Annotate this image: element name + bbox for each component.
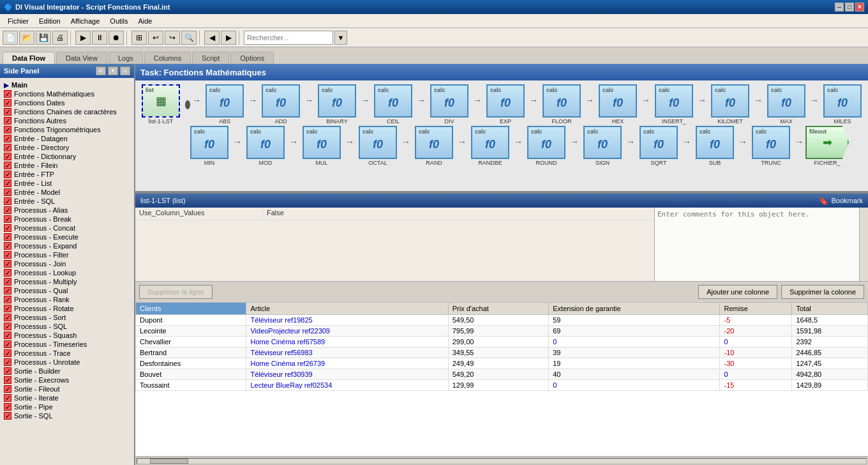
sp-check-button[interactable]: ✓ [96,66,106,75]
sidebar-item-processus-trace[interactable]: ✓ Processus - Trace [1,349,133,358]
flow-node-min[interactable]: calc f0 MIN [186,126,232,166]
flow-box-mod[interactable]: calc f0 [246,126,285,159]
sp-add-button[interactable]: + [108,66,118,75]
flow-box-kilomet[interactable]: calc f0 [711,84,749,118]
flow-node-randbe[interactable]: calc f0 RANDBE [467,126,513,166]
bottom-scrollbar[interactable] [135,456,868,465]
flow-box-sign[interactable]: calc f0 [583,126,622,159]
flow-node-round[interactable]: calc f0 ROUND [523,126,569,166]
flow-box-mul[interactable]: calc f0 [303,126,341,159]
sidebar-item-processus-sort[interactable]: ✓ Processus - Sort [1,313,133,322]
undo-button[interactable]: ↩ [148,31,163,45]
flow-box-floor[interactable]: calc f0 [542,84,581,118]
tab-dataflow[interactable]: Data Flow [3,52,55,64]
new-button[interactable]: 📄 [3,31,18,45]
redo-button[interactable]: ↪ [165,31,180,45]
menu-fichier[interactable]: Fichier [3,16,34,26]
flow-node-mul[interactable]: calc f0 MUL [299,126,345,166]
flow-box-list[interactable]: list ▦ [142,84,180,118]
sidebar-item-processus-concat[interactable]: ✓ Processus - Concat [1,224,133,232]
search-input[interactable] [244,31,333,45]
sidebar-item-sortie-pipe[interactable]: ✓ Sortie - Pipe [1,402,133,411]
sidebar-item-processus-rotate[interactable]: ✓ Processus - Rotate [1,304,133,313]
sidebar-item-main[interactable]: ▶ Main [1,80,133,89]
col-header-prix[interactable]: Prix d'achat [448,303,549,315]
menu-affichage[interactable]: Affichage [66,16,105,26]
zoom-button[interactable]: 🔍 [181,31,197,45]
scroll-thumb[interactable] [150,459,188,464]
flow-box-add[interactable]: calc f0 [262,84,300,118]
save-button[interactable]: 💾 [36,31,51,45]
print-button[interactable]: 🖨 [52,31,68,45]
col-header-extension[interactable]: Extension de garantie [549,303,720,315]
horizontal-scrollbar[interactable] [137,458,867,464]
sidebar-item-processus-multiply[interactable]: ✓ Processus - Multiply [1,277,133,286]
flow-box-fichier[interactable]: fileout ➡ [805,126,849,159]
flow-node-sub[interactable]: calc f0 SUB [692,126,738,166]
flow-box-binary[interactable]: calc f0 [318,84,356,118]
table-row[interactable]: ChevallierHome Cinéma ref67589299,000023… [136,337,868,347]
flow-node-octal[interactable]: calc f0 OCTAL [355,126,401,166]
tab-columns[interactable]: Columns [144,52,191,64]
stop-button[interactable]: ⏺ [108,31,124,45]
back-button[interactable]: ◀ [204,31,220,45]
flow-node-ceil[interactable]: calc f0 CEIL [370,84,416,125]
grid-button[interactable]: ⊞ [131,31,147,45]
flow-box-randbe[interactable]: calc f0 [471,126,509,159]
sidebar-item-sortie-builder[interactable]: ✓ Sortie - Builder [1,367,133,376]
sidebar-item-entree-sql[interactable]: ✓ Entrée - SQL [1,197,133,206]
side-panel-header-controls[interactable]: ✓ + − [96,66,130,75]
sidebar-item-fonctions-dates[interactable]: ✓ Fonctions Dates [1,98,133,107]
flow-node-fichier[interactable]: fileout ➡ FICHIER_ [804,126,850,166]
sidebar-item-entree-ftp[interactable]: ✓ Entrée - FTP [1,170,133,179]
sidebar-item-processus-execute[interactable]: ✓ Processus - Execute [1,232,133,241]
flow-box-rand[interactable]: calc f0 [415,126,453,159]
table-row[interactable]: BertrandTéléviseur ref56983349,5539-1024… [136,347,868,358]
sidebar-item-processus-sql[interactable]: ✓ Processus - SQL [1,322,133,331]
flow-node-add[interactable]: calc f0 ADD [258,84,304,125]
sidebar-item-sortie-iterate[interactable]: ✓ Sortie - Iterate [1,393,133,402]
ajouter-colonne-button[interactable]: Ajouter une colonne [698,285,777,299]
tab-dataview[interactable]: Data View [56,52,107,64]
sidebar-item-processus-squash[interactable]: ✓ Processus - Squash [1,331,133,340]
flow-node-list[interactable]: list ▦ list-1-LST [138,84,184,125]
menu-outils[interactable]: Outils [105,16,133,26]
table-row[interactable]: ToussaintLecteur BlueRay ref02534129,990… [136,380,868,391]
sidebar-item-processus-filter[interactable]: ✓ Processus - Filter [1,250,133,259]
sidebar-item-entree-datagen[interactable]: ✓ Entrée - Datagen [1,134,133,143]
flow-node-mod[interactable]: calc f0 MOD [243,126,288,166]
flow-node-div[interactable]: calc f0 DIV [426,84,472,125]
tab-options[interactable]: Options [230,52,274,64]
titlebar-controls[interactable]: ─ □ ✕ [835,3,864,11]
maximize-button[interactable]: □ [845,3,854,11]
col-header-article[interactable]: Article [246,303,448,315]
flow-box-round[interactable]: calc f0 [527,126,565,159]
sidebar-item-sortie-execrows[interactable]: ✓ Sortie - Execrows [1,376,133,385]
sidebar-item-processus-rank[interactable]: ✓ Processus - Rank [1,295,133,304]
supprimer-colonne-button[interactable]: Supprimer la colonne [781,285,864,299]
flow-node-kilomet[interactable]: calc f0 KILOMET [707,84,753,125]
flow-node-trunc[interactable]: calc f0 TRUNC [748,126,794,166]
play-button[interactable]: ▶ [75,31,91,45]
tab-logs[interactable]: Logs [108,52,143,64]
tab-script[interactable]: Script [192,52,229,64]
sidebar-item-processus-alias[interactable]: ✓ Processus - Alias [1,206,133,215]
sidebar-item-processus-unrotate[interactable]: ✓ Processus - Unrotate [1,358,133,367]
table-row[interactable]: LecointeVideoProjecteur ref22309795,9969… [136,326,868,337]
flow-box-sqrt[interactable]: calc f0 [640,126,678,159]
flow-box-div[interactable]: calc f0 [430,84,468,118]
flow-box-trunc[interactable]: calc f0 [752,126,790,159]
flow-node-miles[interactable]: calc f0 MILES [819,84,865,125]
sidebar-item-fonctions-trig[interactable]: ✓ Fonctions Trigonométriques [1,125,133,134]
sidebar-item-sortie-fileout[interactable]: ✓ Sortie - Fileout [1,385,133,393]
sidebar-item-sortie-sql[interactable]: ✓ Sortie - SQL [1,411,133,420]
flow-node-floor[interactable]: calc f0 FLOOR [539,84,585,125]
flow-node-sqrt[interactable]: calc f0 SQRT [636,126,682,166]
flow-node-sign[interactable]: calc f0 SIGN [580,126,625,166]
flow-box-octal[interactable]: calc f0 [359,126,397,159]
sp-remove-button[interactable]: − [120,66,130,75]
minimize-button[interactable]: ─ [835,3,844,11]
flow-box-miles[interactable]: calc f0 [823,84,862,118]
flow-box-exp[interactable]: calc f0 [486,84,525,118]
flow-canvas[interactable]: list ▦ list-1-LST → calc f0 ABS → [135,80,868,192]
